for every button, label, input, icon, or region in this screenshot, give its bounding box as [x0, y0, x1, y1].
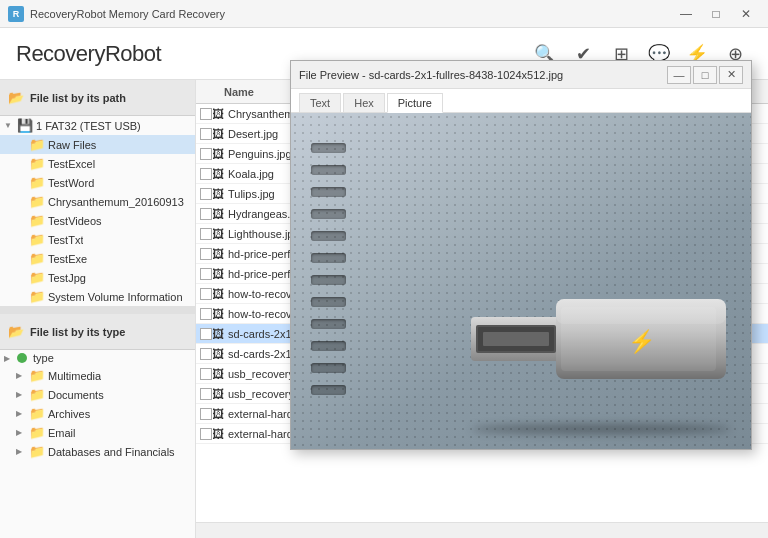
sidebar-item-label: Archives	[48, 408, 90, 420]
row-checkbox[interactable]	[200, 188, 212, 200]
file-list-bottom	[196, 522, 768, 538]
svg-text:⚡: ⚡	[628, 328, 656, 355]
type-icon: 📂	[8, 324, 24, 339]
minimize-button[interactable]: —	[672, 4, 700, 24]
maximize-button[interactable]: □	[702, 4, 730, 24]
port-hole	[311, 385, 346, 395]
tab-text[interactable]: Text	[299, 93, 341, 112]
arrow-icon: ▼	[4, 121, 14, 130]
row-checkbox[interactable]	[200, 228, 212, 240]
sidebar-item-archives[interactable]: ▶ 📁 Archives	[0, 404, 195, 423]
sidebar-item-label: TestExe	[48, 253, 87, 265]
port-hole	[311, 209, 346, 219]
file-icon: 🖼	[212, 407, 228, 421]
sidebar-item-label: Email	[48, 427, 76, 439]
sidebar: 📂 File list by its path ▼ 💾 1 FAT32 (TES…	[0, 80, 196, 538]
row-checkbox[interactable]	[200, 428, 212, 440]
file-icon: 🖼	[212, 307, 228, 321]
title-bar: R RecoveryRobot Memory Card Recovery — □…	[0, 0, 768, 28]
sidebar-item-chrysanthemum[interactable]: 📁 Chrysanthemum_20160913	[0, 192, 195, 211]
sidebar-item-testexe[interactable]: 📁 TestExe	[0, 249, 195, 268]
path-icon: 📂	[8, 90, 24, 105]
folder-icon: 📁	[29, 137, 45, 152]
row-checkbox[interactable]	[200, 208, 212, 220]
folder-icon: 📁	[29, 251, 45, 266]
sidebar-path-tree: ▼ 💾 1 FAT32 (TEST USB) 📁 Raw Files 📁 Tes…	[0, 116, 195, 306]
folder-icon: 📁	[29, 156, 45, 171]
sidebar-item-label: Multimedia	[48, 370, 101, 382]
port-hole	[311, 341, 346, 351]
arrow-icon: ▶	[16, 390, 26, 399]
row-checkbox[interactable]	[200, 368, 212, 380]
sidebar-item-testword[interactable]: 📁 TestWord	[0, 173, 195, 192]
sidebar-item-databases[interactable]: ▶ 📁 Databases and Financials	[0, 442, 195, 461]
usb-shadow	[471, 424, 731, 434]
file-icon: 🖼	[212, 207, 228, 221]
dialog-titlebar: File Preview - sd-cards-2x1-fullres-8438…	[291, 61, 751, 89]
file-icon: 🖼	[212, 167, 228, 181]
sidebar-divider	[0, 306, 195, 314]
file-icon: 🖼	[212, 127, 228, 141]
tab-picture[interactable]: Picture	[387, 93, 443, 113]
file-icon: 🖼	[212, 267, 228, 281]
folder-icon: 💾	[17, 118, 33, 133]
sidebar-type-header: 📂 File list by its type	[0, 314, 195, 350]
row-checkbox[interactable]	[200, 288, 212, 300]
title-bar-controls: — □ ✕	[672, 4, 760, 24]
sidebar-item-sysvolinfo[interactable]: 📁 System Volume Information	[0, 287, 195, 306]
sidebar-item-label: 1 FAT32 (TEST USB)	[36, 120, 141, 132]
dialog-controls: — □ ✕	[667, 66, 743, 84]
sidebar-item-testjpg[interactable]: 📁 TestJpg	[0, 268, 195, 287]
app-icon: R	[8, 6, 24, 22]
row-checkbox[interactable]	[200, 268, 212, 280]
port-hole	[311, 165, 346, 175]
dialog-maximize-button[interactable]: □	[693, 66, 717, 84]
folder-icon: 📁	[29, 213, 45, 228]
sidebar-item-multimedia[interactable]: ▶ 📁 Multimedia	[0, 366, 195, 385]
row-checkbox[interactable]	[200, 388, 212, 400]
sidebar-item-label: Databases and Financials	[48, 446, 175, 458]
folder-icon: 📁	[29, 289, 45, 304]
sidebar-item-testvideos[interactable]: 📁 TestVideos	[0, 211, 195, 230]
arrow-icon: ▶	[4, 354, 14, 363]
sidebar-item-fat32[interactable]: ▼ 💾 1 FAT32 (TEST USB)	[0, 116, 195, 135]
file-preview-dialog[interactable]: File Preview - sd-cards-2x1-fullres-8438…	[290, 60, 752, 450]
port-hole	[311, 297, 346, 307]
sidebar-item-label: TestWord	[48, 177, 94, 189]
sidebar-item-type[interactable]: ▶ type	[0, 350, 195, 366]
row-checkbox[interactable]	[200, 108, 212, 120]
dialog-minimize-button[interactable]: —	[667, 66, 691, 84]
col-name-label: Name	[224, 86, 254, 98]
sidebar-item-raw[interactable]: 📁 Raw Files	[0, 135, 195, 154]
folder-icon: 📁	[29, 270, 45, 285]
svg-rect-7	[483, 332, 549, 346]
folder-icon: 📁	[29, 387, 45, 402]
window-title: RecoveryRobot Memory Card Recovery	[30, 8, 225, 20]
tab-hex[interactable]: Hex	[343, 93, 385, 112]
sidebar-item-testtxt[interactable]: 📁 TestTxt	[0, 230, 195, 249]
sidebar-item-label: type	[33, 352, 54, 364]
row-checkbox[interactable]	[200, 408, 212, 420]
row-checkbox[interactable]	[200, 168, 212, 180]
sidebar-item-email[interactable]: ▶ 📁 Email	[0, 423, 195, 442]
sidebar-item-documents[interactable]: ▶ 📁 Documents	[0, 385, 195, 404]
row-checkbox[interactable]	[200, 128, 212, 140]
sidebar-item-label: TestTxt	[48, 234, 83, 246]
sidebar-item-label: TestExcel	[48, 158, 95, 170]
row-checkbox[interactable]	[200, 148, 212, 160]
status-dot	[17, 353, 27, 363]
port-hole	[311, 187, 346, 197]
row-checkbox[interactable]	[200, 348, 212, 360]
row-checkbox[interactable]	[200, 248, 212, 260]
sidebar-item-label: System Volume Information	[48, 291, 183, 303]
sidebar-type-tree: ▶ type ▶ 📁 Multimedia ▶ 📁 Documents ▶ 📁 …	[0, 350, 195, 538]
row-checkbox[interactable]	[200, 328, 212, 340]
file-icon: 🖼	[212, 147, 228, 161]
folder-icon: 📁	[29, 175, 45, 190]
sidebar-item-testexcel[interactable]: 📁 TestExcel	[0, 154, 195, 173]
port-hole	[311, 363, 346, 373]
close-button[interactable]: ✕	[732, 4, 760, 24]
row-checkbox[interactable]	[200, 308, 212, 320]
usb-drive-svg: ⚡	[461, 249, 741, 429]
dialog-close-button[interactable]: ✕	[719, 66, 743, 84]
